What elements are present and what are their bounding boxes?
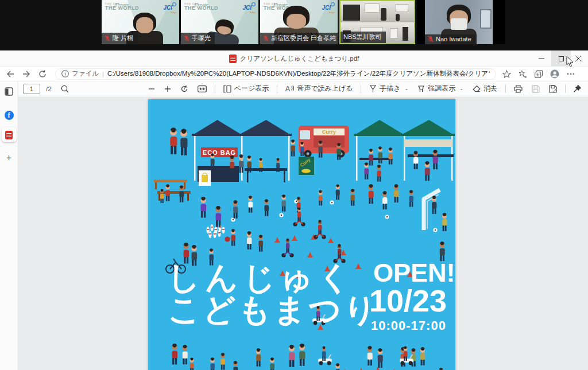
eraser-icon	[473, 85, 481, 92]
participant-tile[interactable]: YOU CAN Create THE WORLD JCI Tokyo 手塚光	[181, 0, 258, 44]
search-icon[interactable]	[57, 82, 72, 96]
zoom-video-strip: YOU CAN Create THE WORLD JCI Tokyo 隆 片桐	[0, 0, 588, 50]
info-icon	[61, 70, 69, 77]
url-text: C:/Users/81908/Dropbox/My%20PC%20(LAPTOP…	[107, 69, 490, 78]
active-tab[interactable]: クリアソンしんじゅくこどもまつり.pdf	[0, 50, 588, 67]
poster-title-line2: こどもまつり	[168, 291, 379, 328]
read-aloud-button[interactable]: A 音声で読み上げる	[282, 82, 356, 96]
read-aloud-icon: A	[285, 85, 294, 92]
participant-name-tag: Nao Iwadate	[425, 34, 475, 44]
pdf-page: ECO BAGCurryCurry しんじゅく こどもまつり OPEN! 10/…	[148, 99, 455, 370]
forward-icon[interactable]	[18, 68, 34, 80]
tab-title: クリアソンしんじゅくこどもまつり.pdf	[240, 54, 359, 63]
pdf-file-icon	[5, 131, 13, 139]
screen: YOU CAN Create THE WORLD JCI Tokyo 隆 片桐	[0, 0, 588, 370]
svg-text:ECO BAG: ECO BAG	[203, 149, 236, 156]
jci-logo: JCI Tokyo	[322, 2, 335, 14]
fit-to-width-icon[interactable]	[194, 82, 210, 96]
facebook-icon: f	[5, 111, 14, 120]
participant-video	[341, 1, 414, 22]
pdf-file-icon	[229, 54, 237, 63]
url-scheme-label: ファイル	[72, 69, 99, 78]
favorites-icon[interactable]	[514, 68, 531, 80]
address-bar: ファイル | C:/Users/81908/Dropbox/My%20PC%20…	[0, 67, 588, 81]
mic-muted-icon	[184, 35, 189, 42]
rotate-icon[interactable]	[177, 82, 192, 96]
chevron-down-icon[interactable]: ⌄	[459, 86, 463, 91]
svg-text:Curry: Curry	[322, 129, 336, 135]
refresh-icon[interactable]	[34, 68, 51, 80]
url-field[interactable]: ファイル | C:/Users/81908/Dropbox/My%20PC%20…	[55, 68, 496, 80]
profile-avatar[interactable]	[547, 68, 563, 80]
participant-name-tag: 隆 片桐	[102, 33, 137, 44]
zoom-out-icon[interactable]	[145, 82, 158, 96]
collections-icon[interactable]	[531, 68, 547, 80]
participant-tile[interactable]: Nao Iwadate	[417, 0, 505, 44]
highlight-button[interactable]: 強調表示 ⌄	[414, 82, 467, 96]
save-icon-disabled	[528, 82, 543, 96]
pdf-toolbar: 1 /2	[18, 81, 588, 96]
page-view-button[interactable]: ページ表示	[220, 82, 273, 96]
draw-button[interactable]: 手描き ⌄	[366, 82, 412, 96]
page-number-input[interactable]: 1	[23, 84, 40, 94]
vertical-tabs-sidebar: f ＋	[0, 81, 18, 370]
erase-button[interactable]: 消去	[469, 82, 501, 96]
minimize-button[interactable]	[532, 50, 551, 67]
new-tab-button[interactable]: ＋	[2, 150, 17, 165]
jci-logo: JCI Tokyo	[163, 2, 176, 14]
mouse-cursor	[566, 56, 574, 70]
participant-name-tag: 新宿区委員会 臼倉孝純	[260, 33, 338, 44]
mic-muted-icon	[105, 35, 110, 42]
tab-facebook[interactable]: f	[2, 108, 17, 123]
zoom-in-icon[interactable]	[161, 82, 175, 96]
poster-date: 10/23	[369, 283, 447, 318]
pin-toolbar-icon[interactable]	[570, 82, 585, 96]
draw-pen-icon	[369, 85, 377, 92]
participant-tile-active[interactable]: NBS黒川敦司	[339, 0, 415, 44]
participant-name-tag: NBS黒川敦司	[341, 32, 386, 43]
title-bar[interactable]: クリアソンしんじゅくこどもまつり.pdf	[0, 50, 588, 67]
back-icon[interactable]	[2, 68, 18, 80]
save-as-icon[interactable]	[546, 82, 560, 96]
participant-tile[interactable]: YOU CAN Create THE WORLD JCI Tokyo 新宿区委員…	[260, 0, 338, 44]
tab-actions-icon[interactable]	[2, 84, 17, 99]
poster-time: 10:00-17:00	[371, 318, 446, 333]
participant-name-tag: 手塚光	[181, 33, 215, 44]
page-total: /2	[46, 85, 52, 92]
highlighter-icon	[417, 85, 425, 92]
print-icon[interactable]	[510, 82, 526, 96]
svg-text:A: A	[285, 85, 290, 92]
jci-logo: JCI Tokyo	[242, 2, 256, 14]
edge-browser-window: クリアソンしんじゅくこどもまつり.pdf	[0, 50, 588, 370]
chevron-down-icon[interactable]: ⌄	[405, 86, 409, 91]
pdf-viewport[interactable]: ECO BAGCurryCurry しんじゅく こどもまつり OPEN! 10/…	[18, 97, 588, 370]
mic-muted-icon	[428, 36, 434, 42]
participant-tile[interactable]: YOU CAN Create THE WORLD JCI Tokyo 隆 片桐	[102, 0, 179, 44]
festival-poster: ECO BAGCurryCurry しんじゅく こどもまつり OPEN! 10/…	[148, 99, 455, 370]
page-view-icon	[223, 85, 231, 93]
mic-muted-icon	[263, 35, 269, 42]
tab-pdf-active[interactable]	[2, 127, 17, 142]
poster-title-line1: しんじゅく	[168, 259, 355, 295]
add-favorite-icon[interactable]	[498, 68, 514, 80]
